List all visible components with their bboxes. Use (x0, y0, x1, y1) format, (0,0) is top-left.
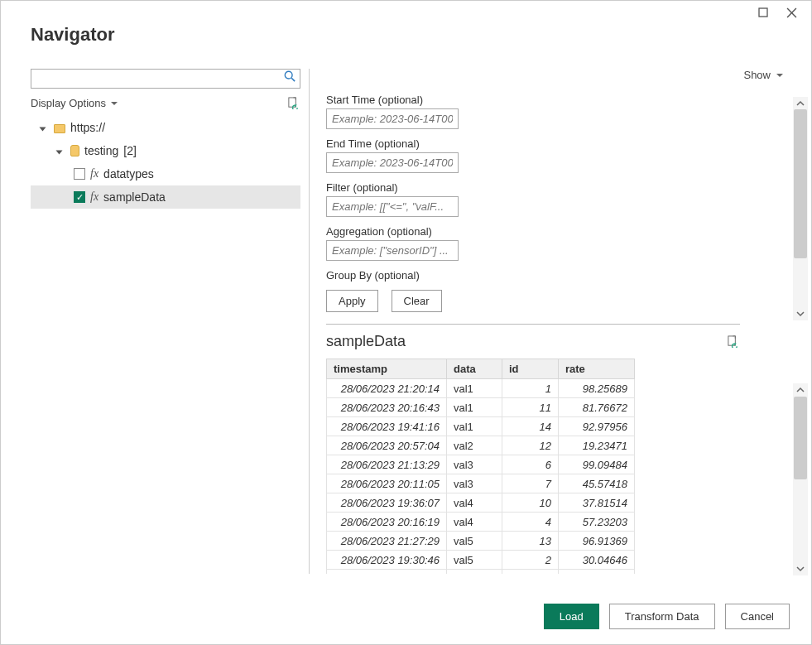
tree-root[interactable]: https:// (31, 116, 300, 139)
checkbox-unchecked-icon[interactable] (74, 168, 85, 180)
groupby-label: Group By (optional) (326, 269, 740, 282)
folder-icon (54, 124, 65, 133)
display-options-label: Display Options (31, 97, 106, 109)
cell-rate: 19.23471 (559, 436, 635, 455)
show-label: Show (743, 69, 771, 81)
cell-timestamp: 28/06/2023 19:30:46 (327, 551, 447, 570)
load-button[interactable]: Load (544, 604, 599, 629)
cell-id: 10 (502, 493, 559, 513)
aggregation-label: Aggregation (optional) (326, 225, 740, 238)
cell-rate: 45.57418 (559, 474, 635, 493)
search-icon[interactable] (282, 70, 297, 84)
start-time-label: Start Time (optional) (326, 94, 740, 106)
scroll-thumb[interactable] (794, 397, 807, 479)
start-time-input[interactable] (326, 108, 459, 129)
table-row[interactable]: 28/06/2023 19:36:07val41037.81514 (327, 493, 635, 513)
caret-down-icon (57, 147, 65, 155)
cancel-button[interactable]: Cancel (725, 604, 790, 629)
search-input[interactable] (31, 69, 300, 89)
cell-rate: 57.23203 (559, 513, 635, 532)
database-icon (70, 145, 79, 156)
col-data[interactable]: data (447, 359, 502, 379)
cell-id: 3 (502, 570, 559, 575)
col-timestamp[interactable]: timestamp (327, 359, 447, 379)
clear-button[interactable]: Clear (392, 290, 442, 312)
tree-root-label: https:// (70, 121, 105, 134)
table-row[interactable]: 28/06/2023 20:57:04val21219.23471 (327, 436, 635, 455)
cell-timestamp: 28/06/2023 20:16:43 (327, 398, 447, 417)
cell-rate: 99.09484 (559, 455, 635, 474)
tree-item-label: sampleData (103, 190, 166, 204)
table-row[interactable]: 28/06/2023 21:13:29val3699.09484 (327, 455, 635, 474)
scroll-up-icon[interactable] (796, 383, 805, 397)
table-row[interactable]: 28/06/2023 21:27:29val51396.91369 (327, 532, 635, 551)
maximize-icon[interactable] (757, 6, 770, 19)
scroll-down-icon[interactable] (796, 307, 805, 320)
fx-icon: fx (90, 167, 98, 181)
table-scrollbar[interactable] (793, 383, 808, 575)
cell-timestamp: 28/06/2023 20:11:05 (327, 474, 447, 493)
cell-rate: 92.97956 (559, 417, 635, 436)
cell-timestamp: 28/06/2023 21:13:29 (327, 455, 447, 474)
close-icon[interactable] (785, 6, 798, 19)
cell-id: 4 (502, 513, 559, 532)
cell-rate: 30.04646 (559, 551, 635, 570)
fx-icon: fx (90, 190, 98, 204)
table-row[interactable]: 28/06/2023 20:11:05val3745.57418 (327, 474, 635, 493)
refresh-icon[interactable] (287, 97, 300, 109)
preview-title: sampleData (326, 333, 406, 350)
cell-id: 6 (502, 455, 559, 474)
cell-data: val4 (447, 493, 502, 513)
scroll-thumb[interactable] (794, 109, 807, 258)
cell-timestamp: 28/06/2023 20:57:04 (327, 436, 447, 455)
end-time-input[interactable] (326, 152, 459, 173)
tree-item-label: datatypes (103, 167, 154, 181)
table-row[interactable]: 28/06/2023 19:30:46val5230.04646 (327, 551, 635, 570)
table-row[interactable]: 28/06/2023 19:41:16val11492.97956 (327, 417, 635, 436)
filter-input[interactable] (326, 196, 459, 217)
cell-id: 1 (502, 379, 559, 398)
svg-line-4 (291, 78, 295, 81)
cell-data: val1 (447, 379, 502, 398)
cell-data: val5 (447, 532, 502, 551)
col-rate[interactable]: rate (559, 359, 635, 379)
transform-data-button[interactable]: Transform Data (609, 604, 715, 629)
params-scrollbar[interactable] (793, 97, 808, 320)
scroll-down-icon[interactable] (796, 562, 805, 575)
tree-node-testing[interactable]: testing [2] (31, 139, 300, 162)
cell-id: 12 (502, 436, 559, 455)
cell-data: val2 (447, 436, 502, 455)
filter-label: Filter (optional) (326, 181, 740, 194)
cell-id: 13 (502, 532, 559, 551)
table-header-row: timestamp data id rate (327, 359, 635, 379)
cell-timestamp: 28/06/2023 21:27:29 (327, 532, 447, 551)
cell-data: val3 (447, 474, 502, 493)
display-options-button[interactable]: Display Options (31, 97, 118, 109)
svg-rect-0 (759, 8, 767, 17)
tree-item-datatypes[interactable]: fx datatypes (31, 162, 300, 185)
tree-item-sampledata[interactable]: ✓ fx sampleData (31, 185, 300, 209)
table-row[interactable]: 28/06/2023 19:48:47val5330.01583 (327, 570, 635, 575)
table-row[interactable]: 28/06/2023 21:20:14val1198.25689 (327, 379, 635, 398)
cell-rate: 96.91369 (559, 532, 635, 551)
chevron-down-icon (109, 97, 118, 109)
chevron-down-icon (775, 69, 783, 81)
cell-data: val4 (447, 513, 502, 532)
refresh-icon[interactable] (727, 335, 740, 348)
cell-timestamp: 28/06/2023 20:16:19 (327, 513, 447, 532)
show-button[interactable]: Show (743, 69, 783, 81)
cell-rate: 81.76672 (559, 398, 635, 417)
apply-button[interactable]: Apply (326, 290, 378, 312)
svg-point-3 (285, 71, 292, 79)
cell-data: val5 (447, 551, 502, 570)
cell-id: 11 (502, 398, 559, 417)
preview-table: timestamp data id rate 28/06/2023 21:20:… (326, 359, 635, 574)
scroll-up-icon[interactable] (796, 97, 805, 110)
divider (326, 324, 740, 325)
aggregation-input[interactable] (326, 240, 459, 261)
col-id[interactable]: id (502, 359, 559, 379)
table-row[interactable]: 28/06/2023 20:16:19val4457.23203 (327, 513, 635, 532)
table-row[interactable]: 28/06/2023 20:16:43val11181.76672 (327, 398, 635, 417)
checkbox-checked-icon[interactable]: ✓ (74, 191, 85, 203)
cell-timestamp: 28/06/2023 19:48:47 (327, 570, 447, 575)
